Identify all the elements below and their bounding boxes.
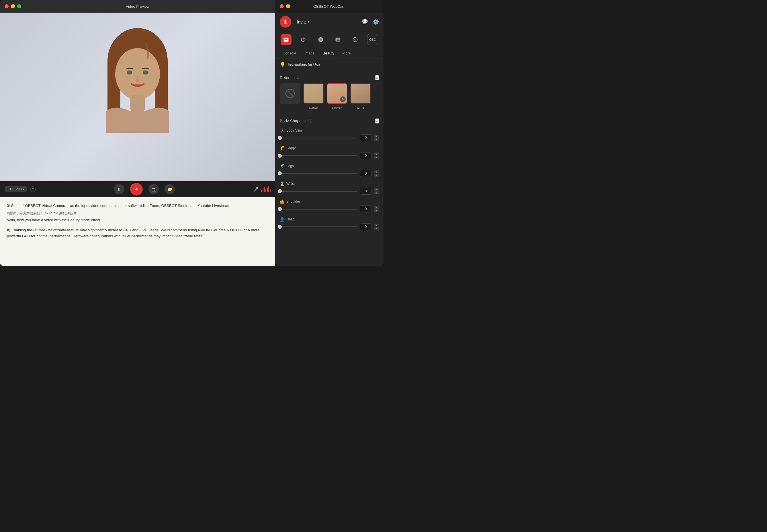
retouch-collapse-button[interactable]: ∧ bbox=[375, 75, 379, 80]
camera-header: 1 Tiny 2 ▾ 💬 ⚙️ bbox=[275, 13, 383, 31]
svg-rect-5 bbox=[130, 95, 145, 111]
video-controls-bar: 1080 P30 ▾ ? ⏸ ● 📷 📁 🎤 bbox=[0, 181, 275, 197]
preset-classic-thumb: ✎ bbox=[327, 83, 347, 104]
preset-off[interactable] bbox=[280, 83, 300, 109]
leggy-thumb[interactable] bbox=[278, 154, 282, 158]
camera-badge: 1 bbox=[280, 16, 291, 28]
tab-console-label: Console bbox=[283, 51, 296, 55]
preset-men[interactable]: MEN bbox=[350, 83, 371, 109]
close-button-right[interactable] bbox=[280, 4, 284, 8]
help-button[interactable]: ? bbox=[30, 186, 36, 192]
shoulder-stepper: ▲ ▼ bbox=[374, 206, 379, 212]
title-bar-right: OBSBOT WebCam bbox=[275, 0, 383, 13]
leggy-increment[interactable]: ▲ bbox=[374, 152, 379, 155]
toolbar-captions-button[interactable] bbox=[332, 34, 343, 45]
waist-decrement[interactable]: ▼ bbox=[374, 191, 379, 194]
minimize-button-right[interactable] bbox=[286, 4, 290, 8]
legs-decrement[interactable]: ▼ bbox=[374, 174, 379, 177]
shoulder-decrement[interactable]: ▼ bbox=[374, 209, 379, 212]
leggy-text: Leggy bbox=[286, 146, 296, 150]
body-shape-collapse-button[interactable]: ∧ bbox=[375, 118, 379, 124]
legs-thumb[interactable] bbox=[278, 171, 282, 175]
header-icons: 💬 ⚙️ bbox=[362, 19, 379, 25]
toolbar-osc-button[interactable]: OSC bbox=[367, 34, 378, 45]
shoulder-track[interactable] bbox=[280, 209, 357, 210]
audio-bar bbox=[268, 186, 269, 192]
retouch-status-dot bbox=[297, 77, 299, 79]
body-slim-stepper: ▲ ▼ bbox=[374, 135, 379, 141]
body-slim-increment[interactable]: ▲ bbox=[374, 135, 379, 138]
tab-console[interactable]: Console bbox=[279, 48, 300, 58]
head-increment[interactable]: ▲ bbox=[374, 224, 379, 226]
screenshot-button[interactable]: 📷 bbox=[148, 184, 159, 194]
toolbar-power-button[interactable] bbox=[298, 34, 309, 45]
shoulder-control: 0 ▲ ▼ bbox=[280, 206, 379, 212]
camera-name: Tiny 2 ▾ bbox=[295, 19, 310, 24]
settings-icon[interactable]: ⚙️ bbox=[373, 19, 379, 25]
waist-thumb[interactable] bbox=[278, 189, 282, 193]
body-slim-thumb[interactable] bbox=[278, 136, 282, 140]
pause-icon: ⏸ bbox=[117, 187, 121, 191]
person-silhouette bbox=[69, 27, 206, 167]
microphone-icon: 🎤 bbox=[253, 187, 259, 192]
waist-stepper: ▲ ▼ bbox=[374, 188, 379, 194]
resolution-selector[interactable]: 1080 P30 ▾ bbox=[5, 186, 27, 192]
pause-button[interactable]: ⏸ bbox=[114, 184, 124, 194]
body-shape-help-icon[interactable]: ⓘ bbox=[308, 118, 312, 124]
toolbar-face-button[interactable] bbox=[350, 34, 361, 45]
shoulder-increment[interactable]: ▲ bbox=[374, 206, 379, 209]
waist-increment[interactable]: ▲ bbox=[374, 188, 379, 191]
tab-more[interactable]: More bbox=[338, 48, 355, 58]
body-slim-track[interactable] bbox=[280, 138, 357, 138]
leggy-control: 0 ▲ ▼ bbox=[280, 152, 379, 159]
instructions-for-use-header: 💡 Instructions for Use bbox=[275, 58, 383, 71]
maximize-button[interactable] bbox=[17, 4, 21, 8]
shoulder-thumb[interactable] bbox=[278, 207, 282, 211]
leggy-icon: 🦵 bbox=[280, 146, 285, 150]
folder-button[interactable]: 📁 bbox=[165, 184, 175, 194]
legs-control: 0 ▲ ▼ bbox=[280, 170, 379, 177]
traffic-lights-left bbox=[5, 4, 21, 8]
leggy-decrement[interactable]: ▼ bbox=[374, 156, 379, 159]
legs-increment[interactable]: ▲ bbox=[374, 170, 379, 173]
tab-beauty[interactable]: Beauty bbox=[319, 48, 338, 58]
audio-bar bbox=[267, 187, 268, 192]
leggy-stepper: ▲ ▼ bbox=[374, 152, 379, 159]
audio-bar bbox=[270, 189, 271, 192]
head-thumb[interactable] bbox=[278, 225, 282, 229]
preset-classic[interactable]: ✎ Classic bbox=[327, 83, 347, 109]
preset-native-label: Native bbox=[309, 106, 318, 109]
minimize-button[interactable] bbox=[11, 4, 15, 8]
body-slim-decrement[interactable]: ▼ bbox=[374, 138, 379, 141]
tab-more-label: More bbox=[342, 51, 351, 55]
body-slim-text: Body Slim bbox=[286, 128, 302, 132]
toolbar-tracking-button[interactable] bbox=[315, 34, 326, 45]
body-shape-header: Body Shape ⓘ ∧ bbox=[275, 114, 383, 126]
waist-value: 0 bbox=[360, 188, 371, 195]
head-stepper: ▲ ▼ bbox=[374, 224, 379, 230]
preset-men-thumb bbox=[350, 83, 371, 104]
body-shape-title: Body Shape ⓘ bbox=[280, 118, 312, 124]
svg-point-4 bbox=[115, 48, 160, 100]
head-track[interactable] bbox=[280, 226, 357, 227]
no-preset-icon bbox=[285, 88, 295, 99]
camera-icon: 📷 bbox=[151, 187, 156, 191]
chat-icon[interactable]: 💬 bbox=[362, 19, 368, 25]
close-button[interactable] bbox=[5, 4, 9, 8]
body-slim-value: 0 bbox=[360, 134, 371, 141]
leggy-row: 🦵 Leggy 0 ▲ ▼ bbox=[275, 144, 383, 162]
leggy-track[interactable] bbox=[280, 155, 357, 156]
camera-dropdown-arrow[interactable]: ▾ bbox=[308, 20, 310, 24]
paragraph-b: b) Enabling the Blurred Background featu… bbox=[7, 227, 268, 239]
panel-scroll-area[interactable]: Retouch ∧ Nati bbox=[275, 71, 383, 266]
preset-native[interactable]: Native bbox=[303, 83, 324, 109]
waist-track[interactable] bbox=[280, 191, 357, 192]
legs-track[interactable] bbox=[280, 173, 357, 174]
head-decrement[interactable]: ▼ bbox=[374, 227, 379, 230]
captions-tool-icon bbox=[335, 37, 341, 42]
toolbar-camera-button[interactable] bbox=[281, 34, 291, 45]
window-title: Video Preview bbox=[126, 4, 150, 9]
men-thumbnail bbox=[351, 84, 370, 103]
tab-image[interactable]: Image bbox=[300, 48, 319, 58]
record-button[interactable]: ● bbox=[130, 183, 143, 195]
